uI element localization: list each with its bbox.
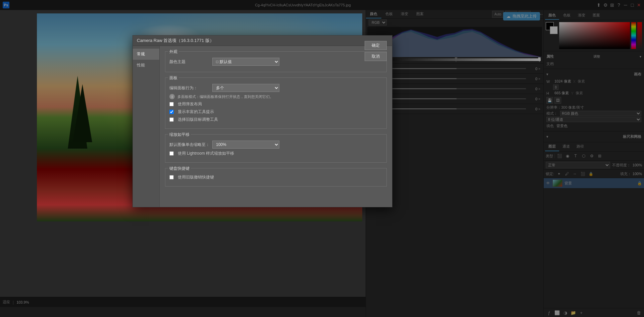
legacy-undo-row: 使用旧版撤销快捷键: [169, 174, 382, 180]
keyboard-title: 键盘快捷键: [168, 166, 191, 171]
panels-title: 面板: [168, 75, 179, 81]
default-zoom-select[interactable]: 100% 50% 适合屏幕: [212, 141, 279, 149]
camera-raw-dialog: Camera Raw 首选项（16.3.0.1771 版） 常规 性能 外观 颜…: [132, 35, 392, 207]
color-theme-label: 颜色主题: [169, 59, 210, 65]
lightroom-zoom-checkbox[interactable]: [169, 151, 174, 156]
elastic-label[interactable]: 使用弹发布局: [178, 101, 202, 107]
rich-tips-label[interactable]: 显示丰富的工具提示: [178, 109, 214, 115]
appearance-section: 外观 颜色主题 □ 默认值 深色 浅色: [165, 51, 387, 72]
dialog-nav-performance[interactable]: 性能: [133, 60, 159, 71]
legacy-tool-label[interactable]: 选择旧版目标调整工具: [178, 117, 218, 122]
panel-behavior-label: 编辑面板行为：: [169, 85, 210, 91]
panel-behavior-select[interactable]: 多个 单个: [212, 84, 279, 92]
lightroom-zoom-label[interactable]: 使用 Lightroom 样式缩放如平移: [178, 151, 234, 156]
dialog-content: 常规 性能 外观 颜色主题 □ 默认值 深色 浅色: [133, 46, 392, 207]
multi-panel-info-row: i 多面板模式：编辑面板将保持打开状态，直到您关闭它们。: [169, 94, 382, 99]
ok-button[interactable]: 确定: [365, 41, 387, 50]
rich-tips-checkbox[interactable]: [169, 110, 174, 114]
dialog-nav-general[interactable]: 常规: [133, 49, 159, 60]
rich-tips-row: 显示丰富的工具提示: [169, 109, 382, 115]
appearance-title: 外观: [168, 49, 179, 55]
cancel-button[interactable]: 取消: [365, 52, 387, 61]
zoom-pan-section: 缩放如平移 默认图像单击缩略至： 100% 50% 适合屏幕 使用 Lightr…: [165, 134, 387, 163]
default-zoom-label: 默认图像单击缩略至：: [169, 142, 210, 148]
lightroom-zoom-row: 使用 Lightroom 样式缩放如平移: [169, 151, 382, 156]
legacy-tool-row: 选择旧版目标调整工具: [169, 117, 382, 122]
legacy-undo-checkbox[interactable]: [169, 175, 174, 179]
elastic-checkbox[interactable]: [169, 102, 174, 106]
legacy-undo-label[interactable]: 使用旧版撤销快捷键: [178, 174, 214, 180]
default-zoom-row: 默认图像单击缩略至： 100% 50% 适合屏幕: [169, 141, 382, 149]
color-theme-row: 颜色主题 □ 默认值 深色 浅色: [169, 58, 382, 66]
dialog-title: Camera Raw 首选项（16.3.0.1771 版）: [137, 38, 214, 43]
zoom-pan-title: 缩放如平移: [168, 132, 191, 138]
info-icon[interactable]: i: [169, 94, 175, 99]
panel-behavior-row: 编辑面板行为： 多个 单个: [169, 84, 382, 92]
multi-panel-info-text: 多面板模式：编辑面板将保持打开状态，直到您关闭它们。: [177, 94, 273, 99]
dialog-sidebar: 常规 性能: [133, 46, 160, 207]
dialog-titlebar: Camera Raw 首选项（16.3.0.1771 版）: [133, 36, 392, 46]
dialog-main: 外观 颜色主题 □ 默认值 深色 浅色 面板 编辑面板行为：: [160, 46, 392, 207]
color-theme-select[interactable]: □ 默认值 深色 浅色: [212, 58, 279, 66]
dialog-overlay: Camera Raw 首选项（16.3.0.1771 版） 常规 性能 外观 颜…: [0, 0, 644, 317]
legacy-tool-checkbox[interactable]: [169, 117, 174, 122]
panels-section: 面板 编辑面板行为： 多个 单个 i 多面板模式：编辑面板将保持打开状态，直到您…: [165, 77, 387, 129]
dialog-buttons: 确定 取消: [365, 41, 387, 61]
keyboard-section: 键盘快捷键 使用旧版撤销快捷键: [165, 168, 387, 187]
elastic-layout-row: 使用弹发布局: [169, 101, 382, 107]
